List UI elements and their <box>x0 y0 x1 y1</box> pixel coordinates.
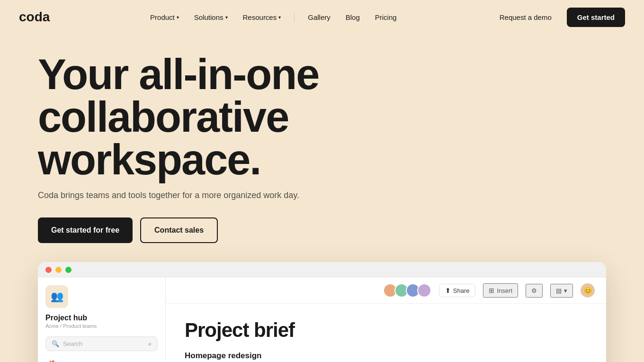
app-titlebar <box>38 262 606 278</box>
traffic-light-green[interactable] <box>65 267 72 273</box>
nav-resources-chevron: ▾ <box>278 15 281 20</box>
coda-logo-svg: coda <box>19 10 57 24</box>
traffic-light-red[interactable] <box>45 267 52 273</box>
nav-pricing-label: Pricing <box>375 13 397 21</box>
search-icon: 🔍 <box>52 340 59 347</box>
get-started-nav-button[interactable]: Get started <box>567 8 625 27</box>
insert-button[interactable]: ⊞ Insert <box>483 283 518 298</box>
doc-section-title: Homepage redesign <box>185 351 587 361</box>
hero-section: Your all-in-one collaborative workspace.… <box>0 34 644 243</box>
hero-headline-line1: Your all-in-one <box>38 51 319 98</box>
app-content: Project brief Homepage redesign We need … <box>166 304 606 362</box>
nav-blog-label: Blog <box>346 13 360 21</box>
sidebar-nav-my-dashboard[interactable]: 🏠 My dashboard <box>45 356 158 362</box>
sidebar-breadcrumb: Acme / Product teams <box>45 323 158 329</box>
navbar: coda Product ▾ Solutions ▾ Resources ▾ G… <box>0 0 644 34</box>
svg-text:coda: coda <box>19 10 50 24</box>
settings-button[interactable]: ⚙ <box>526 284 543 298</box>
hero-headline: Your all-in-one collaborative workspace. <box>38 53 464 181</box>
app-body: 👥 Project hub Acme / Product teams 🔍 Sea… <box>38 278 606 362</box>
doc-title: Project brief <box>185 319 587 342</box>
nav-solutions-chevron: ▾ <box>225 15 228 20</box>
view-button[interactable]: ▤ ▾ <box>550 284 573 298</box>
settings-icon: ⚙ <box>531 287 537 294</box>
insert-icon: ⊞ <box>489 287 494 294</box>
insert-label: Insert <box>497 287 512 294</box>
nav-gallery[interactable]: Gallery <box>302 9 336 25</box>
collapse-icon[interactable]: « <box>148 340 152 347</box>
contact-sales-button[interactable]: Contact sales <box>140 217 218 243</box>
avatar-group <box>383 283 431 298</box>
hero-subtext: Coda brings teams and tools together for… <box>38 190 606 200</box>
nav-blog[interactable]: Blog <box>340 9 366 25</box>
share-icon: ⬆ <box>445 287 451 294</box>
view-chevron: ▾ <box>564 287 567 294</box>
nav-right: Request a demo Get started <box>490 8 625 27</box>
avatar-4 <box>417 283 431 298</box>
nav-product[interactable]: Product ▾ <box>144 9 185 25</box>
get-started-free-button[interactable]: Get started for free <box>38 217 133 243</box>
app-topbar: ⬆ Share ⊞ Insert ⚙ ▤ ▾ 😊 <box>166 278 606 304</box>
nav-pricing[interactable]: Pricing <box>369 9 402 25</box>
dashboard-icon: 🏠 <box>48 360 58 362</box>
app-sidebar: 👥 Project hub Acme / Product teams 🔍 Sea… <box>38 278 166 362</box>
user-avatar: 😊 <box>581 283 595 298</box>
request-demo-button[interactable]: Request a demo <box>490 9 561 26</box>
search-placeholder-text: Search <box>63 340 82 347</box>
sidebar-search[interactable]: 🔍 Search « <box>45 336 158 351</box>
hero-buttons: Get started for free Contact sales <box>38 217 606 243</box>
nav-product-chevron: ▾ <box>177 15 179 20</box>
workspace-icon: 👥 <box>45 285 68 308</box>
nav-resources-label: Resources <box>243 13 277 21</box>
nav-product-label: Product <box>150 13 175 21</box>
hero-headline-line2: collaborative workspace. <box>38 93 288 183</box>
nav-resources[interactable]: Resources ▾ <box>237 9 287 25</box>
nav-divider <box>294 12 295 22</box>
app-preview: 👥 Project hub Acme / Product teams 🔍 Sea… <box>38 262 606 362</box>
nav-solutions[interactable]: Solutions ▾ <box>188 9 233 25</box>
nav-solutions-label: Solutions <box>194 13 224 21</box>
nav-links: Product ▾ Solutions ▾ Resources ▾ Galler… <box>144 9 402 25</box>
sidebar-title: Project hub <box>45 314 158 322</box>
logo[interactable]: coda <box>19 10 57 24</box>
share-label: Share <box>453 287 470 294</box>
nav-gallery-label: Gallery <box>308 13 331 21</box>
traffic-light-yellow[interactable] <box>55 267 62 273</box>
share-button[interactable]: ⬆ Share <box>439 284 476 297</box>
app-main: ⬆ Share ⊞ Insert ⚙ ▤ ▾ 😊 <box>166 278 606 362</box>
view-icon: ▤ <box>556 287 562 294</box>
